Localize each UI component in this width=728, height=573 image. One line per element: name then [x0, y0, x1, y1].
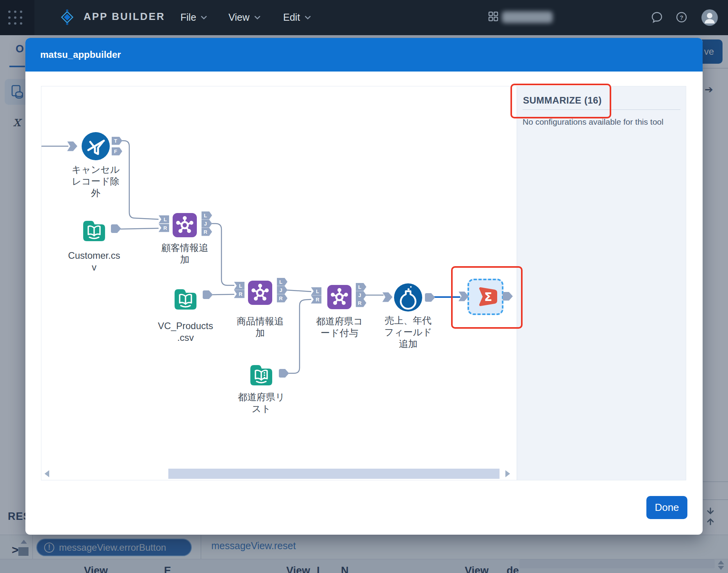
app-title: APP BUILDER	[84, 11, 165, 23]
chat-bubble-icon[interactable]	[651, 11, 663, 23]
svg-text:?: ?	[680, 14, 683, 21]
node-cancel-filter[interactable]	[82, 132, 110, 160]
node-join-customer[interactable]	[173, 213, 197, 237]
node-label-cancel-filter: キャンセルレコード除外	[57, 164, 135, 199]
app-logo-icon	[59, 9, 76, 26]
workflow-canvas[interactable]: TFキャンセルレコード除外 Customer.csv LRLJR顧客情報追加 V…	[41, 86, 517, 480]
node-label-prefecture-list: 都道府県リスト	[222, 391, 300, 415]
menu-view[interactable]: View	[228, 12, 261, 23]
chevron-down-icon	[201, 16, 207, 20]
panel-title: SUMMARIZE (16)	[523, 95, 602, 106]
edge	[286, 290, 311, 292]
canvas-container: TFキャンセルレコード除外 Customer.csv LRLJR顧客情報追加 V…	[41, 86, 686, 480]
node-label-join-product: 商品情報追加	[221, 315, 299, 339]
panel-note: No configurations available for this too…	[523, 117, 664, 127]
node-prefecture-list[interactable]	[248, 360, 275, 389]
menu-edit[interactable]: Edit	[283, 12, 311, 23]
node-vc-products-csv[interactable]	[172, 284, 199, 313]
modal-title: matsu_appbuilder	[40, 49, 121, 60]
node-label-join-customer: 顧客情報追加	[146, 242, 224, 265]
node-label-join-prefecture: 都道府県コード付与	[300, 315, 378, 339]
app-window: O x RES ve ➔ > !	[0, 0, 728, 573]
node-label-vc-products-csv: VC_Products.csv	[146, 320, 225, 344]
svg-text:Σ: Σ	[484, 290, 492, 304]
apps-grid-icon[interactable]	[488, 11, 499, 22]
top-bar: APP BUILDER File View Edit ?	[0, 0, 728, 35]
tool-config-panel: SUMMARIZE (16) No configurations availab…	[517, 86, 686, 480]
help-icon[interactable]: ?	[675, 11, 688, 23]
node-label-formula-fields: 売上、年代フィールド追加	[369, 315, 447, 350]
divider	[523, 109, 680, 110]
edge	[121, 228, 158, 229]
menu-file[interactable]: File	[180, 12, 207, 23]
user-avatar[interactable]	[701, 9, 718, 26]
app-launcher-icon[interactable]	[6, 9, 24, 26]
node-formula-fields[interactable]	[394, 283, 422, 312]
node-label-customer-csv: Customer.csv	[55, 250, 133, 273]
chevron-down-icon	[254, 16, 261, 20]
modal-header: matsu_appbuilder	[25, 38, 703, 72]
node-customer-csv[interactable]	[80, 216, 108, 245]
node-join-prefecture[interactable]	[327, 285, 352, 309]
edge	[212, 294, 234, 295]
done-button[interactable]: Done	[646, 496, 687, 519]
node-summarize[interactable]: Σ	[473, 284, 498, 311]
workflow-modal: matsu_appbuilder TFキャンセルレコード除外 Customer.…	[25, 38, 703, 535]
node-join-product[interactable]	[248, 281, 272, 305]
chevron-down-icon	[305, 16, 311, 20]
redacted-account-text	[502, 11, 553, 23]
